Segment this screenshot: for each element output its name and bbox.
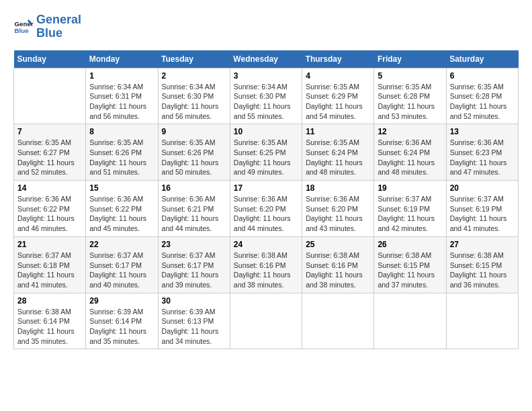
logo-text: GeneralBlue [36,13,81,40]
calendar-day: 7Sunrise: 6:35 AMSunset: 6:27 PMDaylight… [14,124,86,181]
day-number: 14 [17,183,82,193]
calendar-day: 10Sunrise: 6:35 AMSunset: 6:25 PMDayligh… [230,124,302,181]
weekday-header: Thursday [302,50,374,68]
day-number: 21 [17,240,82,249]
calendar-day: 30Sunrise: 6:39 AMSunset: 6:13 PMDayligh… [158,293,230,349]
calendar-day: 8Sunrise: 6:35 AMSunset: 6:26 PMDaylight… [86,124,158,181]
day-info: Sunrise: 6:39 AMSunset: 6:13 PMDaylight:… [162,307,226,347]
day-info: Sunrise: 6:35 AMSunset: 6:28 PMDaylight:… [378,82,442,122]
calendar-day: 22Sunrise: 6:37 AMSunset: 6:17 PMDayligh… [86,236,158,293]
day-info: Sunrise: 6:38 AMSunset: 6:16 PMDaylight:… [234,250,298,290]
calendar-day: 5Sunrise: 6:35 AMSunset: 6:28 PMDaylight… [374,68,446,124]
calendar-table: SundayMondayTuesdayWednesdayThursdayFrid… [13,50,519,350]
day-number: 1 [89,71,154,81]
logo: General Blue GeneralBlue [13,13,81,40]
day-info: Sunrise: 6:36 AMSunset: 6:21 PMDaylight:… [162,194,226,234]
calendar-day: 17Sunrise: 6:36 AMSunset: 6:20 PMDayligh… [230,181,302,237]
day-info: Sunrise: 6:34 AMSunset: 6:30 PMDaylight:… [234,82,298,122]
day-number: 22 [89,240,154,249]
weekday-header: Tuesday [158,50,230,68]
day-info: Sunrise: 6:38 AMSunset: 6:16 PMDaylight:… [306,250,370,290]
day-info: Sunrise: 6:34 AMSunset: 6:31 PMDaylight:… [89,82,154,122]
day-info: Sunrise: 6:35 AMSunset: 6:25 PMDaylight:… [234,138,298,177]
day-info: Sunrise: 6:39 AMSunset: 6:14 PMDaylight:… [89,307,154,347]
day-info: Sunrise: 6:37 AMSunset: 6:17 PMDaylight:… [89,250,154,290]
day-number: 13 [450,127,515,136]
day-number: 28 [17,296,82,306]
calendar-day: 9Sunrise: 6:35 AMSunset: 6:26 PMDaylight… [158,124,230,181]
day-number: 2 [162,71,226,81]
day-info: Sunrise: 6:36 AMSunset: 6:24 PMDaylight:… [378,138,442,177]
day-number: 10 [234,127,298,136]
calendar-day: 24Sunrise: 6:38 AMSunset: 6:16 PMDayligh… [230,236,302,293]
day-info: Sunrise: 6:36 AMSunset: 6:22 PMDaylight:… [17,194,82,234]
calendar-header: SundayMondayTuesdayWednesdayThursdayFrid… [14,50,519,68]
calendar-day: 15Sunrise: 6:36 AMSunset: 6:22 PMDayligh… [86,181,158,237]
weekday-header: Wednesday [230,50,302,68]
day-info: Sunrise: 6:36 AMSunset: 6:22 PMDaylight:… [89,194,154,234]
day-number: 25 [306,240,370,249]
day-number: 15 [89,183,154,193]
day-info: Sunrise: 6:36 AMSunset: 6:23 PMDaylight:… [450,138,515,177]
weekday-header: Friday [374,50,446,68]
empty-day [374,293,446,349]
day-info: Sunrise: 6:35 AMSunset: 6:27 PMDaylight:… [17,138,82,177]
calendar-day: 2Sunrise: 6:34 AMSunset: 6:30 PMDaylight… [158,68,230,124]
calendar-day: 11Sunrise: 6:35 AMSunset: 6:24 PMDayligh… [302,124,374,181]
day-number: 18 [306,183,370,193]
day-info: Sunrise: 6:38 AMSunset: 6:15 PMDaylight:… [450,250,515,290]
day-info: Sunrise: 6:35 AMSunset: 6:29 PMDaylight:… [306,82,370,122]
calendar-day: 12Sunrise: 6:36 AMSunset: 6:24 PMDayligh… [374,124,446,181]
day-info: Sunrise: 6:38 AMSunset: 6:15 PMDaylight:… [378,250,442,290]
day-info: Sunrise: 6:37 AMSunset: 6:18 PMDaylight:… [17,250,82,290]
calendar-day: 4Sunrise: 6:35 AMSunset: 6:29 PMDaylight… [302,68,374,124]
day-number: 12 [378,127,442,136]
day-info: Sunrise: 6:37 AMSunset: 6:19 PMDaylight:… [450,194,515,234]
svg-text:Blue: Blue [15,27,30,34]
day-info: Sunrise: 6:37 AMSunset: 6:17 PMDaylight:… [162,250,226,290]
day-number: 23 [162,240,226,249]
calendar-day: 21Sunrise: 6:37 AMSunset: 6:18 PMDayligh… [14,236,86,293]
logo-icon: General Blue [13,17,34,37]
empty-day [446,293,518,349]
page-header: General Blue GeneralBlue [13,13,519,40]
weekday-header: Monday [86,50,158,68]
weekday-header: Sunday [14,50,86,68]
calendar-day: 19Sunrise: 6:37 AMSunset: 6:19 PMDayligh… [374,181,446,237]
calendar-day: 28Sunrise: 6:38 AMSunset: 6:14 PMDayligh… [14,293,86,349]
day-number: 7 [17,127,82,136]
day-info: Sunrise: 6:35 AMSunset: 6:24 PMDaylight:… [306,138,370,177]
day-info: Sunrise: 6:38 AMSunset: 6:14 PMDaylight:… [17,307,82,347]
empty-day [14,68,86,124]
day-info: Sunrise: 6:36 AMSunset: 6:20 PMDaylight:… [234,194,298,234]
calendar-day: 18Sunrise: 6:36 AMSunset: 6:20 PMDayligh… [302,181,374,237]
day-info: Sunrise: 6:35 AMSunset: 6:26 PMDaylight:… [162,138,226,177]
day-number: 6 [450,71,515,81]
calendar-day: 26Sunrise: 6:38 AMSunset: 6:15 PMDayligh… [374,236,446,293]
day-info: Sunrise: 6:36 AMSunset: 6:20 PMDaylight:… [306,194,370,234]
calendar-day: 23Sunrise: 6:37 AMSunset: 6:17 PMDayligh… [158,236,230,293]
empty-day [230,293,302,349]
calendar-day: 29Sunrise: 6:39 AMSunset: 6:14 PMDayligh… [86,293,158,349]
calendar-day: 16Sunrise: 6:36 AMSunset: 6:21 PMDayligh… [158,181,230,237]
day-number: 4 [306,71,370,81]
calendar-day: 20Sunrise: 6:37 AMSunset: 6:19 PMDayligh… [446,181,518,237]
calendar-day: 6Sunrise: 6:35 AMSunset: 6:28 PMDaylight… [446,68,518,124]
calendar-day: 25Sunrise: 6:38 AMSunset: 6:16 PMDayligh… [302,236,374,293]
day-number: 26 [378,240,442,249]
day-number: 17 [234,183,298,193]
day-number: 20 [450,183,515,193]
day-info: Sunrise: 6:34 AMSunset: 6:30 PMDaylight:… [162,82,226,122]
calendar-day: 27Sunrise: 6:38 AMSunset: 6:15 PMDayligh… [446,236,518,293]
day-number: 3 [234,71,298,81]
day-number: 9 [162,127,226,136]
day-number: 16 [162,183,226,193]
day-number: 27 [450,240,515,249]
day-number: 11 [306,127,370,136]
day-number: 5 [378,71,442,81]
day-number: 8 [89,127,154,136]
empty-day [302,293,374,349]
calendar-day: 13Sunrise: 6:36 AMSunset: 6:23 PMDayligh… [446,124,518,181]
weekday-header: Saturday [446,50,518,68]
day-number: 29 [89,296,154,306]
